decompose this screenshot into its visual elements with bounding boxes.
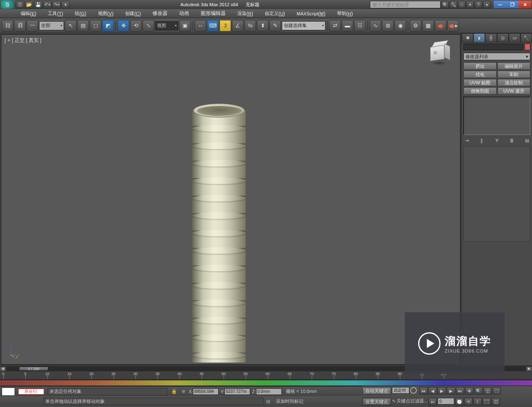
remove-modifier-icon[interactable]: 🗑 [509, 137, 515, 144]
set-key-big-icon[interactable] [410, 387, 417, 394]
window-crossing-icon[interactable]: ◩ [102, 20, 114, 32]
goto-end-icon[interactable]: ⏭ [456, 387, 464, 395]
render-prod-icon[interactable]: 🫖▸ [447, 20, 459, 32]
nav-region-icon[interactable]: ⬚ [493, 387, 501, 395]
bind-spacewarp-icon[interactable]: 〰 [27, 20, 38, 32]
redo-icon[interactable]: ↷ [52, 1, 61, 8]
pivot-center-icon[interactable]: ▣ [179, 20, 191, 32]
menu-maxscript[interactable]: MAXScript(M) [291, 9, 331, 18]
time-config-icon[interactable]: 🕓 [455, 398, 463, 405]
menu-animation[interactable]: 动画 [173, 9, 195, 18]
material-editor-icon[interactable]: ◉ [394, 20, 406, 32]
parameters-rollout[interactable] [463, 146, 530, 242]
mod-edit-patch-button[interactable]: 编辑面片 [498, 62, 531, 70]
help-drop-icon[interactable]: ▾ [483, 1, 490, 8]
trackbar[interactable] [0, 380, 532, 386]
select-region-rect-icon[interactable]: ◻ [90, 20, 101, 32]
named-selection-edit-icon[interactable]: ✎ [269, 20, 281, 32]
time-scroll-right-icon[interactable]: ▶ [526, 366, 532, 371]
ref-coord-dropdown[interactable]: 视图 [155, 21, 178, 30]
manipulate-icon[interactable]: ↔ [195, 20, 206, 32]
nav-extra-icon[interactable]: ◱ [492, 398, 500, 405]
menu-graph-editors[interactable]: 图形编辑器 [195, 9, 232, 18]
next-frame-icon[interactable]: ▶ [447, 387, 455, 395]
mod-uvw-map-button[interactable]: UVW 贴图 [463, 79, 497, 86]
object-color-swatch[interactable] [525, 44, 530, 50]
lock-selection-icon[interactable]: 🔒 [170, 388, 178, 395]
viewcube-face-label[interactable]: 前 [433, 50, 437, 56]
tab-display-icon[interactable]: ▭ [509, 33, 520, 42]
show-end-result-icon[interactable]: ‖ [478, 137, 485, 144]
help-search-input[interactable] [370, 1, 441, 8]
tab-motion-icon[interactable]: ◎ [497, 33, 509, 42]
open-icon[interactable]: 📂 [25, 1, 33, 8]
link-icon[interactable]: ⛓ [2, 20, 13, 32]
favorites-icon[interactable]: ☆ [458, 1, 466, 8]
schematic-view-icon[interactable]: ⊞ [382, 20, 394, 32]
undo-icon[interactable]: ↶ [43, 1, 52, 8]
abs-rel-icon[interactable]: ⊕ [180, 388, 187, 395]
layers-icon[interactable]: ☷ [354, 20, 366, 32]
spinner-snap-icon[interactable]: ⬍ [257, 20, 268, 32]
y-input[interactable] [224, 388, 250, 395]
set-key-button[interactable]: 设置关键点 [362, 398, 391, 405]
script-mini-listener[interactable] [2, 387, 15, 396]
menu-tools[interactable]: 工具(T) [42, 9, 69, 18]
tab-utilities-icon[interactable]: 🔨 [520, 33, 532, 42]
menu-views[interactable]: 视图(V) [92, 9, 119, 18]
render-setup-icon[interactable]: ⚙ [410, 20, 421, 32]
nav-fov-icon[interactable]: ◫ [483, 387, 492, 395]
rotate-icon[interactable]: ⟲ [130, 20, 142, 32]
auto-key-button[interactable]: 自动关键点 [362, 387, 391, 395]
new-icon[interactable]: 🗋 [16, 1, 24, 8]
nav-zoom-icon[interactable]: 🔍 [474, 387, 483, 395]
menu-modifiers[interactable]: 修改器 [147, 9, 173, 18]
nav-walk-icon[interactable]: 🚶 [473, 398, 482, 405]
qat-customize-icon[interactable]: ▾ [62, 1, 70, 8]
move-icon[interactable]: ✥ [118, 20, 129, 32]
percent-snap-icon[interactable]: % [244, 20, 256, 32]
mod-optimize-button[interactable]: 优化 [463, 71, 497, 78]
current-frame-input[interactable] [438, 398, 454, 405]
tab-hierarchy-icon[interactable]: ╬ [485, 33, 497, 42]
nav-pan-icon[interactable]: ✥ [465, 387, 473, 395]
mod-lathe-button[interactable]: 车削 [498, 71, 531, 78]
menu-rendering[interactable]: 渲染(R) [232, 9, 259, 18]
menu-create[interactable]: 创建(C) [119, 9, 147, 18]
mod-vertex-paint-button[interactable]: 顶点绘制 [498, 79, 531, 86]
comm-center-small-icon[interactable]: ▤ [264, 397, 272, 405]
save-icon[interactable]: 💾 [34, 1, 42, 8]
named-selection-dropdown[interactable]: 创建选择集 [282, 21, 325, 30]
modifier-list-dropdown[interactable]: 修改器列表 [463, 53, 530, 60]
keyboard-shortcut-icon[interactable]: ⌨ [207, 20, 219, 32]
select-object-icon[interactable]: ↖ [65, 20, 76, 32]
viewport[interactable]: [ + ] 正交 ] 真实 ] 前 [1, 34, 461, 365]
tab-create-icon[interactable]: ✱ [462, 33, 473, 42]
time-scroll-left-icon[interactable]: ◀ [0, 366, 6, 371]
scale-icon[interactable]: ⤡ [143, 20, 154, 32]
render-icon[interactable]: 🫖 [435, 20, 446, 32]
menu-group[interactable]: 组(G) [69, 9, 92, 18]
z-input[interactable] [256, 388, 282, 395]
key-filters[interactable]: ∿关键点过滤器... [392, 398, 428, 404]
pin-stack-icon[interactable]: ⇥ [463, 137, 470, 144]
comm-center-icon[interactable]: 🔧 [450, 1, 457, 8]
unlink-icon[interactable]: ⛓̸ [14, 20, 26, 32]
curve-editor-icon[interactable]: ∿ [369, 20, 381, 32]
menu-edit[interactable]: 编辑(E) [15, 9, 42, 18]
viewport-label[interactable]: [ + ] 正交 ] 真实 ] [5, 37, 41, 44]
prev-frame-icon[interactable]: ◀ [429, 387, 437, 395]
add-time-tag[interactable]: 添加时间标记 [276, 398, 303, 405]
mirror-icon[interactable]: ⇄ [329, 20, 341, 32]
goto-start-icon[interactable]: ⏮ [419, 387, 428, 395]
nav-max-icon[interactable]: ⛶ [483, 398, 491, 405]
key-mode-icon[interactable]: ⏯ [429, 398, 437, 405]
selection-lock-dropdown[interactable]: 选定对 [392, 387, 409, 394]
modifier-stack[interactable] [463, 97, 530, 135]
mod-unwrap-uvw-button[interactable]: UVW 展开 [498, 87, 531, 95]
selection-filter-dropdown[interactable]: 全部 [39, 21, 64, 30]
menu-customize[interactable]: 自定义(U) [259, 9, 291, 18]
snap-toggle-icon[interactable]: 3 [219, 20, 231, 32]
x-input[interactable] [193, 388, 219, 395]
nav-orbit-icon[interactable]: ⟲ [464, 398, 473, 405]
